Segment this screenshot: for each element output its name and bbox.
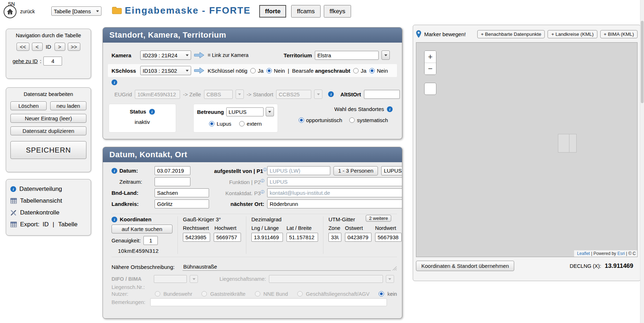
p2-input[interactable]	[267, 177, 402, 186]
delete-button[interactable]: Löschen	[10, 101, 47, 110]
zoom-in-button[interactable]: +	[425, 51, 436, 63]
landkreise-kml-button[interactable]: + Landkreise (KML)	[548, 30, 597, 38]
zone-input[interactable]	[328, 233, 341, 242]
lat-input[interactable]	[287, 233, 318, 242]
ostwert-input[interactable]	[345, 233, 371, 242]
reload-button[interactable]: neu laden	[50, 101, 86, 110]
goto-id-input[interactable]	[43, 57, 62, 66]
map-canvas[interactable]: + − Leaflet | Powered by Esri | © C	[416, 42, 638, 257]
bima-kml-button[interactable]: + BIMA (KML)	[600, 30, 638, 38]
nutzer-kein-option[interactable]: kein	[379, 291, 397, 297]
map-layer-button[interactable]	[424, 83, 436, 95]
koordinaten-uebernehmen-button[interactable]: Koordinaten & Standort übernehmen	[416, 261, 514, 271]
nav-next-button[interactable]: >	[55, 43, 65, 51]
table-select[interactable]: Tabelle [Datens	[51, 6, 101, 16]
wahl-opportunistisch-option[interactable]: opportunistisch	[299, 117, 342, 123]
back-link[interactable]: zurück	[20, 9, 35, 14]
bearsafe-nein-radio[interactable]	[369, 68, 375, 73]
personen-button[interactable]: 1 - 3 Personen	[333, 166, 378, 175]
info-icon[interactable]	[112, 168, 117, 174]
vertical-scrollbar[interactable]	[640, 0, 644, 323]
lng-input[interactable]	[251, 233, 283, 242]
resize-grip-icon[interactable]	[392, 266, 397, 271]
nordwert-label: Nordwert	[375, 225, 396, 231]
betreuung-extern-radio[interactable]	[239, 121, 245, 126]
p1-input[interactable]	[267, 166, 330, 175]
app-button-ffkeys[interactable]: ffkeys	[324, 5, 351, 18]
link-tabellenansicht-label: Tabellenansicht	[20, 197, 62, 204]
app-button-fforte[interactable]: fforte	[259, 5, 286, 18]
weitere-button[interactable]: 2 weitere	[366, 215, 391, 222]
zeitraum-input[interactable]	[155, 177, 190, 186]
leaflet-link[interactable]: Leaflet	[577, 251, 590, 256]
ortsbeschreibung-input[interactable]	[183, 263, 391, 271]
rechtswert-input[interactable]	[183, 233, 210, 242]
export-separator: |	[53, 221, 54, 228]
new-entry-button[interactable]: Neuer Eintrag (leer)	[10, 114, 86, 123]
territorium-input[interactable]	[315, 51, 379, 60]
wahl-systematisch-radio[interactable]	[349, 117, 355, 123]
bearsafe-ja-option[interactable]: Ja	[353, 68, 366, 74]
save-button[interactable]: SPEICHERN	[10, 141, 86, 159]
naechster-ort-input[interactable]	[267, 199, 402, 208]
link-datenverteilung[interactable]: Datenverteilung	[10, 183, 86, 195]
info-icon[interactable]	[112, 217, 117, 222]
home-button[interactable]	[4, 5, 16, 18]
map-attribution: Leaflet | Powered by Esri | © C	[574, 250, 637, 257]
hochwert-input[interactable]	[214, 233, 241, 242]
nav-last-button[interactable]: >>	[68, 43, 81, 51]
wahl-opportunistisch-radio[interactable]	[299, 117, 304, 123]
link-datenkontrolle[interactable]: Datenkontrolle	[10, 207, 86, 218]
info-icon[interactable]	[328, 91, 334, 97]
landkreis-input[interactable]	[155, 199, 209, 208]
betreuung-lupus-option[interactable]: Lupus	[209, 121, 231, 127]
kschluessel-nein-radio[interactable]	[266, 68, 272, 73]
kschluessel-ja-option[interactable]: Ja	[250, 68, 264, 74]
wahl-systematisch-option[interactable]: systematisch	[349, 117, 388, 123]
karte-suchen-button[interactable]: auf Karte suchen	[112, 225, 172, 233]
altstort-input[interactable]	[364, 90, 400, 99]
link-tabellenansicht[interactable]: Tabellenansicht	[10, 195, 86, 207]
nav-first-button[interactable]: <<	[16, 43, 29, 51]
p1-select[interactable]: LUPUS (LW	[381, 166, 402, 175]
nordwert-input[interactable]	[375, 233, 402, 242]
nav-prev-button[interactable]: <	[32, 43, 43, 51]
bearsafe-nein-option[interactable]: Nein	[369, 68, 388, 74]
p3-input[interactable]	[267, 188, 402, 197]
kschluessel-nein-option[interactable]: Nein	[266, 68, 285, 74]
benachbarte-datenpunkte-button[interactable]: + Benachbarte Datenpunkte	[477, 30, 545, 38]
betreuung-lupus-radio[interactable]	[209, 121, 214, 126]
duplicate-record-button[interactable]: Datensatz duplizieren	[10, 126, 86, 135]
esri-link[interactable]: Esri	[617, 251, 625, 256]
genauigkeit-input[interactable]	[143, 236, 158, 245]
kschluessel-ja-radio[interactable]	[250, 68, 256, 73]
bemerkungen-input[interactable]	[150, 298, 387, 306]
goto-id-link[interactable]: gehe zu ID	[13, 58, 38, 64]
kschloss-info-row	[103, 79, 402, 85]
export-id-link[interactable]: ID	[43, 221, 49, 228]
info-sup-icon: ⓘ	[261, 179, 264, 183]
eugrid-label: EUGrid	[114, 91, 132, 97]
betreuung-extern-option[interactable]: extern	[239, 121, 262, 127]
liegensch-nr-row: Liegensch.Nr.:	[112, 284, 397, 290]
info-icon[interactable]	[149, 109, 155, 115]
zoom-out-button[interactable]: −	[425, 63, 436, 74]
scrollbar-thumb[interactable]	[641, 21, 644, 103]
betreuung-dropdown-button[interactable]	[266, 107, 274, 116]
status-box: Status inaktiv	[109, 104, 176, 132]
nutzer-kein-radio[interactable]	[379, 291, 384, 297]
export-table-link[interactable]: Tabelle	[58, 221, 77, 228]
hochwert-label: Hochwert	[214, 225, 236, 231]
kamera-link-text[interactable]: = Link zur Kamera	[208, 52, 248, 58]
app-button-ffcams[interactable]: ffcams	[291, 5, 321, 18]
kschloss-select[interactable]: ID103 : 21S02	[140, 66, 191, 75]
bearsafe-ja-radio[interactable]	[353, 68, 359, 73]
territorium-dropdown-button[interactable]	[382, 50, 390, 60]
datum-input[interactable]	[155, 166, 190, 175]
kamera-select[interactable]: ID239 : 21R24	[140, 50, 191, 60]
chevron-down-icon	[317, 93, 320, 95]
info-icon[interactable]	[387, 106, 393, 112]
info-icon[interactable]	[112, 79, 117, 85]
bndland-input[interactable]	[155, 188, 209, 197]
betreuung-input[interactable]	[226, 107, 264, 116]
